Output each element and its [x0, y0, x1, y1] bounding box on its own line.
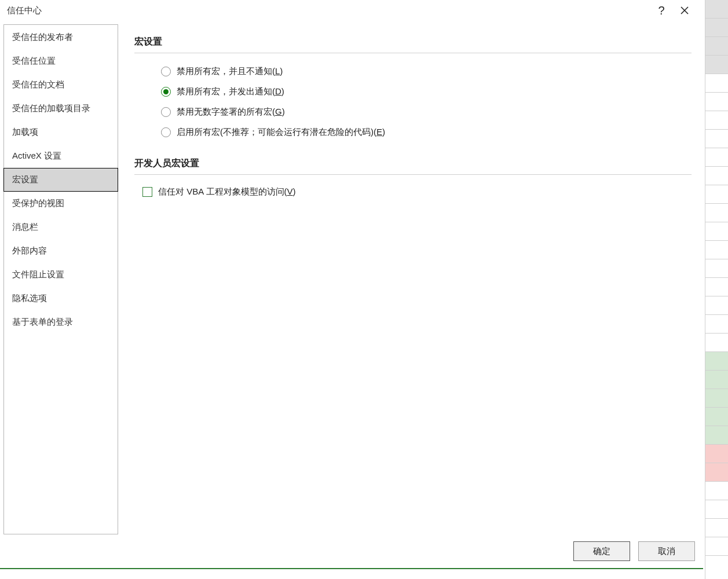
ok-button[interactable]: 确定 — [573, 541, 630, 561]
sidebar-item-8[interactable]: 消息栏 — [3, 215, 118, 239]
radio-icon — [161, 67, 171, 76]
trust-vba-checkbox-label: 信任对 VBA 工程对象模型的访问(V) — [158, 186, 296, 197]
sidebar-item-11[interactable]: 隐私选项 — [3, 287, 118, 310]
sidebar-item-3[interactable]: 受信任的加载项目录 — [3, 97, 118, 120]
sidebar-item-5[interactable]: ActiveX 设置 — [3, 144, 118, 168]
dialog-title: 信任中心 — [7, 5, 650, 16]
titlebar: 信任中心 ? — [0, 0, 703, 21]
radio-label: 启用所有宏(不推荐；可能会运行有潜在危险的代码)(E) — [177, 127, 385, 138]
macro-radio-1[interactable]: 禁用所有宏，并发出通知(D) — [161, 82, 692, 102]
sidebar-item-9[interactable]: 外部内容 — [3, 239, 118, 263]
sidebar-item-1[interactable]: 受信任位置 — [3, 49, 118, 73]
close-button[interactable] — [673, 2, 696, 19]
sidebar: 受信任的发布者受信任位置受信任的文档受信任的加载项目录加载项ActiveX 设置… — [3, 24, 118, 534]
dialog-footer: 确定 取消 — [0, 534, 703, 568]
trust-vba-checkbox-row[interactable]: 信任对 VBA 工程对象模型的访问(V) — [134, 183, 692, 197]
macro-radio-0[interactable]: 禁用所有宏，并且不通知(L) — [161, 61, 692, 82]
sidebar-item-12[interactable]: 基于表单的登录 — [3, 310, 118, 334]
checkbox-icon — [142, 187, 152, 197]
macro-radio-group: 禁用所有宏，并且不通知(L)禁用所有宏，并发出通知(D)禁用无数字签署的所有宏(… — [134, 61, 692, 142]
sidebar-item-7[interactable]: 受保护的视图 — [3, 192, 118, 215]
radio-label: 禁用无数字签署的所有宏(G) — [177, 107, 285, 118]
radio-icon — [161, 87, 171, 97]
background-spreadsheet-sliver — [705, 0, 728, 579]
cancel-button[interactable]: 取消 — [638, 541, 695, 561]
sidebar-item-2[interactable]: 受信任的文档 — [3, 73, 118, 97]
macro-radio-2[interactable]: 禁用无数字签署的所有宏(G) — [161, 102, 692, 122]
sidebar-item-10[interactable]: 文件阻止设置 — [3, 263, 118, 287]
radio-icon — [161, 107, 171, 117]
close-icon — [680, 6, 689, 15]
sidebar-item-0[interactable]: 受信任的发布者 — [3, 25, 118, 49]
section-title-developer-macro-settings: 开发人员宏设置 — [134, 157, 692, 175]
trust-center-dialog: 信任中心 ? 受信任的发布者受信任位置受信任的文档受信任的加载项目录加载项Act… — [0, 0, 703, 569]
radio-label: 禁用所有宏，并且不通知(L) — [177, 66, 283, 77]
dialog-body: 受信任的发布者受信任位置受信任的文档受信任的加载项目录加载项ActiveX 设置… — [0, 21, 703, 534]
content-pane: 宏设置 禁用所有宏，并且不通知(L)禁用所有宏，并发出通知(D)禁用无数字签署的… — [134, 24, 698, 534]
section-title-macro-settings: 宏设置 — [134, 36, 692, 53]
sidebar-item-6[interactable]: 宏设置 — [3, 168, 118, 192]
radio-label: 禁用所有宏，并发出通知(D) — [177, 86, 284, 97]
help-button[interactable]: ? — [650, 2, 673, 19]
sidebar-item-4[interactable]: 加载项 — [3, 120, 118, 144]
radio-icon — [161, 127, 171, 137]
macro-radio-3[interactable]: 启用所有宏(不推荐；可能会运行有潜在危险的代码)(E) — [161, 122, 692, 142]
